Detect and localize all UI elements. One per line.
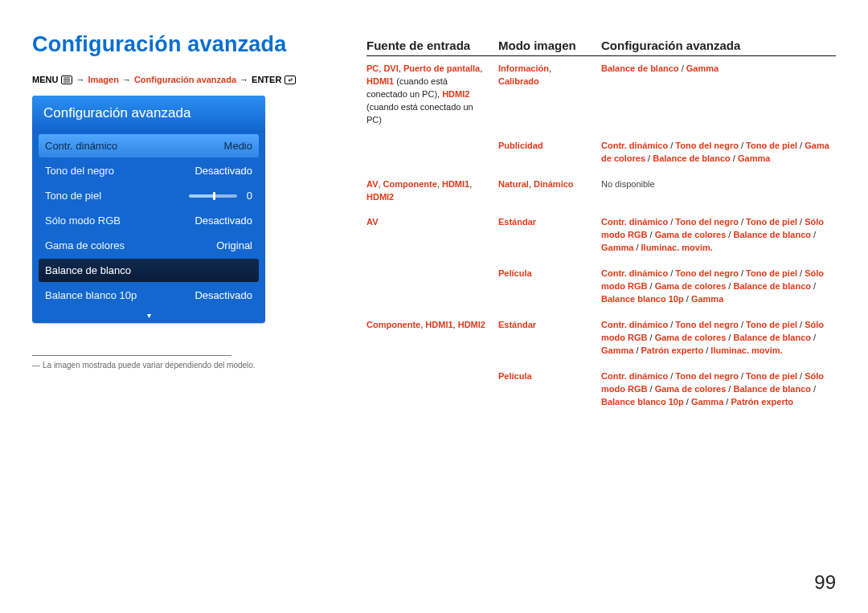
breadcrumb-sep-3: → (240, 75, 248, 84)
osd-row[interactable]: Contr. dinámicoMedio (39, 134, 259, 157)
breadcrumb-suffix: ENTER (252, 75, 281, 84)
table-header: Fuente de entrada Modo imagen Configurac… (366, 39, 836, 56)
cell-options: Contr. dinámico / Tono del negro / Tono … (601, 370, 836, 409)
osd-row-value: Desactivado (194, 289, 252, 301)
osd-row-label: Balance blanco 10p (45, 289, 137, 301)
page-title: Configuración avanzada (32, 32, 321, 57)
th-mode: Modo imagen (498, 39, 601, 52)
cell-source: PC, DVI, Puerto de pantalla, HDMI1 (cuan… (366, 63, 498, 127)
osd-row-label: Gama de colores (45, 239, 125, 251)
cell-mode: Estándar (498, 216, 601, 255)
page-number: 99 (814, 571, 836, 594)
osd-panel: Configuración avanzada Contr. dinámicoMe… (32, 96, 265, 323)
osd-row-value: Desactivado (194, 165, 252, 177)
footnote: ―La imagen mostrada puede variar dependi… (32, 361, 321, 370)
enter-icon (285, 76, 296, 84)
breadcrumb-seg-2: Configuración avanzada (134, 75, 236, 84)
cell-mode: Información, Calibrado (498, 63, 601, 127)
table-row: PelículaContr. dinámico / Tono del negro… (366, 364, 836, 415)
cell-options: Contr. dinámico / Tono del negro / Tono … (601, 268, 836, 306)
cell-source (366, 140, 498, 166)
osd-title: Configuración avanzada (32, 96, 265, 133)
table-row: PC, DVI, Puerto de pantalla, HDMI1 (cuan… (366, 56, 836, 133)
osd-row-label: Tono de piel (45, 190, 101, 202)
cell-options: Contr. dinámico / Tono del negro / Tono … (601, 140, 836, 166)
table-row: Componente, HDMI1, HDMI2EstándarContr. d… (366, 313, 836, 364)
osd-row-label: Balance de blanco (45, 264, 131, 276)
osd-row-value: Medio (224, 140, 252, 152)
breadcrumb-sep-2: → (122, 75, 131, 84)
slider[interactable] (189, 194, 237, 198)
osd-row-label: Contr. dinámico (45, 140, 117, 152)
cell-source: Componente, HDMI1, HDMI2 (366, 319, 498, 358)
osd-row[interactable]: Tono de piel0 (39, 184, 259, 207)
breadcrumb-sep-1: → (76, 75, 84, 84)
cell-source (366, 370, 498, 409)
divider (32, 355, 231, 356)
table-row: AVEstándarContr. dinámico / Tono del neg… (366, 210, 836, 261)
cell-mode: Película (498, 370, 601, 409)
osd-row-label: Tono del negro (45, 165, 114, 177)
osd-row[interactable]: Tono del negroDesactivado (39, 159, 259, 182)
table-row: AV, Componente, HDMI1, HDMI2Natural, Din… (366, 172, 836, 210)
breadcrumb: MENU → Imagen → Configuración avanzada →… (32, 75, 321, 84)
osd-row[interactable]: Balance de blanco (39, 259, 259, 282)
menu-icon (61, 76, 72, 84)
osd-row-value: Original (216, 239, 252, 251)
osd-row[interactable]: Balance blanco 10pDesactivado (39, 284, 259, 307)
cell-mode: Estándar (498, 319, 601, 358)
osd-row-label: Sólo modo RGB (45, 215, 121, 227)
cell-mode: Película (498, 268, 601, 306)
osd-row-value: Desactivado (194, 215, 252, 227)
th-source: Fuente de entrada (366, 39, 498, 52)
cell-options: Contr. dinámico / Tono del negro / Tono … (601, 319, 836, 358)
cell-source: AV (366, 216, 498, 255)
cell-options: Contr. dinámico / Tono del negro / Tono … (601, 216, 836, 255)
osd-row-value: 0 (247, 190, 252, 202)
table-row: PublicidadContr. dinámico / Tono del neg… (366, 133, 836, 172)
breadcrumb-seg-1: Imagen (88, 75, 119, 84)
cell-source (366, 268, 498, 306)
osd-row[interactable]: Sólo modo RGBDesactivado (39, 209, 259, 232)
breadcrumb-prefix: MENU (32, 75, 58, 84)
table-row: PelículaContr. dinámico / Tono del negro… (366, 261, 836, 313)
cell-source: AV, Componente, HDMI1, HDMI2 (366, 178, 498, 204)
cell-options: No disponible (601, 178, 836, 204)
th-options: Configuración avanzada (601, 39, 836, 52)
cell-options: Balance de blanco / Gamma (601, 63, 836, 127)
cell-mode: Natural, Dinámico (498, 178, 601, 204)
scroll-down-icon[interactable]: ▾ (32, 313, 265, 323)
osd-row[interactable]: Gama de coloresOriginal (39, 234, 259, 257)
cell-mode: Publicidad (498, 140, 601, 166)
